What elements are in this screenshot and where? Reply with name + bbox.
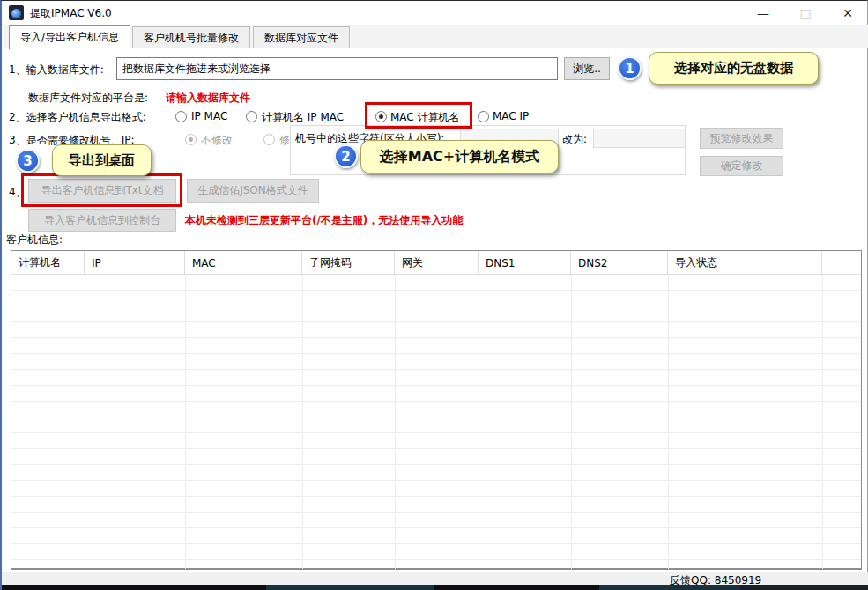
status-bar: 反馈QQ: 8450919 <box>2 572 868 585</box>
generate-json-button: 生成信佑JSON格式文件 <box>187 179 319 203</box>
grid-line <box>668 275 669 569</box>
desktop-segment <box>266 585 434 590</box>
radio-ip-mac-label[interactable]: IP MAC <box>191 110 227 122</box>
annotation-box-export-txt <box>21 173 182 207</box>
radio-no-modify-label: 不修改 <box>201 133 233 148</box>
annotation-callout-2: 选择MAC+计算机名模式 <box>360 140 559 173</box>
desktop-segment <box>740 585 868 590</box>
maximize-button: □ <box>785 1 826 25</box>
close-button[interactable]: ✕ <box>827 1 868 25</box>
browse-button[interactable]: 浏览.. <box>564 57 610 80</box>
col-dns1[interactable]: DNS1 <box>479 251 571 275</box>
desktop-segment <box>599 585 740 590</box>
table-body <box>11 275 861 569</box>
grid-line <box>302 275 303 569</box>
annotation-circle-3: 3 <box>16 149 40 173</box>
preview-modify-button: 预览修改效果 <box>700 128 783 149</box>
minimize-button[interactable]: — <box>743 1 783 25</box>
client-info-table[interactable]: 计算机名 IP MAC 子网掩码 网关 DNS1 DNS2 导入状态 <box>11 250 862 570</box>
radio-ip-mac[interactable] <box>175 111 187 122</box>
col-ip[interactable]: IP <box>85 251 185 275</box>
col-mac[interactable]: MAC <box>185 251 302 275</box>
db-file-input[interactable]: 把数据库文件拖进来或浏览选择 <box>116 57 558 80</box>
radio-name-ip-mac-label[interactable]: 计算机名 IP MAC <box>262 110 344 125</box>
table-header: 计算机名 IP MAC 子网掩码 网关 DNS1 DNS2 导入状态 <box>11 251 861 275</box>
col-empty <box>822 251 861 275</box>
title-bar: 提取IPMAC V6.0 — □ ✕ <box>2 1 867 25</box>
db-file-label: 1、输入数据库文件: <box>9 63 104 77</box>
tab-batch-modify[interactable]: 客户机机号批量修改 <box>132 26 250 48</box>
grid-line <box>479 275 479 569</box>
tab-db-files[interactable]: 数据库对应文件 <box>253 26 350 48</box>
client-info-label: 客户机信息: <box>6 232 63 247</box>
export-format-label: 2、选择客户机信息导出格式: <box>9 110 146 125</box>
grid-line <box>395 275 396 569</box>
change-to-label: 改为: <box>562 132 587 147</box>
import-console-button: 导入客户机信息到控制台 <box>28 209 176 232</box>
annotation-callout-3: 导出到桌面 <box>52 144 152 176</box>
platform-value: 请输入数据库文件 <box>166 91 250 106</box>
col-computer-name[interactable]: 计算机名 <box>11 251 85 275</box>
tab-strip: 导入/导出客户机信息 客户机机号批量修改 数据库对应文件 <box>4 25 868 48</box>
grid-line <box>822 275 823 569</box>
confirm-modify-button: 确定修改 <box>700 156 783 176</box>
annotation-box-mac-name <box>365 102 472 129</box>
change-to-input <box>593 129 686 148</box>
app-window: 提取IPMAC V6.0 — □ ✕ 导入/导出客户机信息 客户机机号批量修改 … <box>0 0 868 590</box>
radio-modify <box>263 134 275 145</box>
grid-line <box>571 275 572 569</box>
window-title: 提取IPMAC V6.0 <box>30 6 112 21</box>
col-gateway[interactable]: 网关 <box>395 251 479 275</box>
annotation-circle-2: 2 <box>334 144 358 168</box>
grid-line <box>185 275 186 569</box>
grid-line <box>85 275 85 569</box>
col-import-status[interactable]: 导入状态 <box>668 251 822 275</box>
app-icon <box>9 5 24 20</box>
import-warning-text: 本机未检测到三层更新平台(/不是主服)，无法使用导入功能 <box>185 213 463 228</box>
annotation-callout-1: 选择对应的无盘数据 <box>649 52 819 85</box>
radio-name-ip-mac[interactable] <box>246 111 257 122</box>
col-subnet-mask[interactable]: 子网掩码 <box>302 251 395 275</box>
radio-no-modify <box>185 134 197 145</box>
tab-import-export[interactable]: 导入/导出客户机信息 <box>9 25 130 49</box>
desktop-strip <box>2 585 868 590</box>
radio-mac-ip[interactable] <box>478 111 489 122</box>
platform-label: 数据库文件对应的平台是: <box>28 91 148 106</box>
annotation-circle-1: 1 <box>618 56 642 80</box>
radio-mac-ip-label[interactable]: MAC IP <box>493 110 529 122</box>
col-dns2[interactable]: DNS2 <box>571 251 668 275</box>
